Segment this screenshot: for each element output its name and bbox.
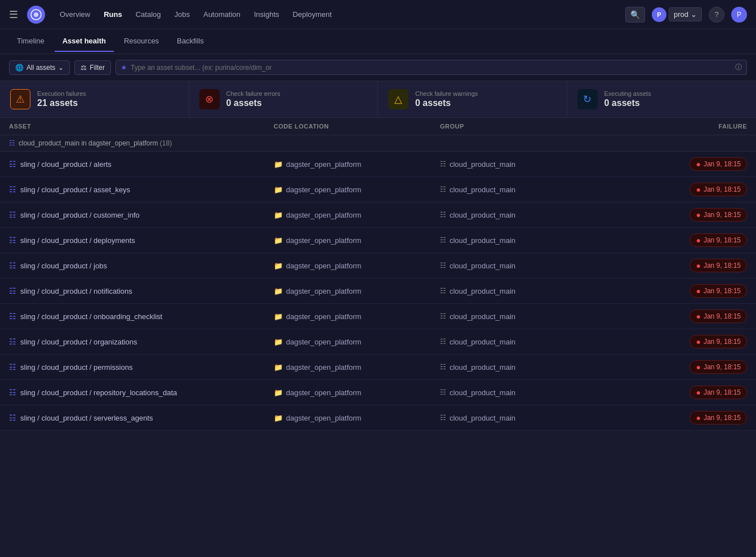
asset-name: sling / cloud_product / serverless_agent… — [20, 414, 153, 422]
nav-link-overview[interactable]: Overview — [54, 7, 96, 22]
folder-icon: 📁 — [274, 211, 283, 219]
table-row[interactable]: ☷sling / cloud_product / repository_loca… — [0, 380, 756, 405]
tab-resources[interactable]: Resources — [116, 31, 167, 52]
folder-icon: 📁 — [274, 236, 283, 245]
code-location-name: dagster_open_platform — [286, 388, 362, 397]
code-location-name: dagster_open_platform — [286, 312, 362, 321]
folder-icon: 📁 — [274, 338, 283, 346]
failure-dot-icon: ● — [696, 312, 700, 321]
tab-asset-health[interactable]: Asset health — [55, 31, 114, 52]
asset-table-wrap: Asset Code location Group Failure ☷cloud… — [0, 118, 756, 431]
folder-icon: 📁 — [274, 185, 283, 194]
failure-date: Jan 9, 18:15 — [704, 363, 741, 371]
tab-backfills[interactable]: Backfills — [169, 31, 212, 52]
failure-dot-icon: ● — [696, 236, 700, 245]
nav-link-deployment[interactable]: Deployment — [287, 7, 337, 22]
asset-table: Asset Code location Group Failure ☷cloud… — [0, 118, 756, 431]
group-icon: ☷ — [440, 287, 446, 295]
code-location-name: dagster_open_platform — [286, 236, 362, 245]
execution-failures-label: Execution failures — [37, 90, 86, 97]
asset-grid-icon: ☷ — [9, 261, 16, 270]
failure-dot-icon: ● — [696, 286, 700, 295]
failure-badge[interactable]: ●Jan 9, 18:15 — [690, 208, 747, 222]
code-location-name: dagster_open_platform — [286, 363, 362, 372]
failure-badge[interactable]: ●Jan 9, 18:15 — [690, 183, 747, 196]
failure-date: Jan 9, 18:15 — [704, 160, 741, 168]
chevron-down-icon: ⌄ — [58, 64, 64, 72]
stat-card-executing-assets[interactable]: ↻Executing assets0 assets — [567, 81, 757, 117]
failure-badge[interactable]: ●Jan 9, 18:15 — [690, 360, 747, 374]
stat-card-execution-failures[interactable]: ⚠Execution failures21 assets — [0, 81, 189, 117]
folder-icon: 📁 — [274, 160, 283, 169]
failure-dot-icon: ● — [696, 160, 700, 169]
table-row[interactable]: ☷sling / cloud_product / permissions📁dag… — [0, 355, 756, 380]
group-icon: ☷ — [440, 236, 446, 244]
asset-subset-input-wrap: ✶ ⓘ — [115, 60, 747, 75]
nav-link-automation[interactable]: Automation — [198, 7, 246, 22]
workspace-selector[interactable]: prod ⌄ — [669, 7, 702, 21]
group-name-cell: cloud_product_main — [450, 287, 515, 295]
col-failure-header: Failure — [597, 118, 756, 135]
menu-icon[interactable]: ☰ — [9, 8, 18, 21]
asset-grid-icon: ☷ — [9, 160, 16, 169]
asset-subset-input[interactable] — [131, 64, 732, 72]
group-icon: ☷ — [9, 139, 15, 147]
nav-link-insights[interactable]: Insights — [248, 7, 285, 22]
table-row[interactable]: ☷sling / cloud_product / jobs📁dagster_op… — [0, 253, 756, 278]
code-location-name: dagster_open_platform — [286, 414, 362, 422]
check-failure-warnings-label: Check failure warnings — [415, 90, 478, 97]
search-button[interactable]: 🔍 — [625, 7, 645, 23]
failure-date: Jan 9, 18:15 — [704, 262, 741, 269]
table-row[interactable]: ☷sling / cloud_product / customer_info📁d… — [0, 202, 756, 228]
table-header: Asset Code location Group Failure — [0, 118, 756, 135]
group-icon: ☷ — [440, 363, 446, 371]
group-icon: ☷ — [440, 338, 446, 346]
table-row[interactable]: ☷sling / cloud_product / onboarding_chec… — [0, 304, 756, 329]
folder-icon: 📁 — [274, 363, 283, 372]
check-failure-errors-value: 0 assets — [226, 98, 281, 108]
filter-icon: ⚖ — [81, 64, 87, 72]
asset-name: sling / cloud_product / customer_info — [20, 211, 140, 219]
table-row[interactable]: ☷sling / cloud_product / deployments📁dag… — [0, 228, 756, 253]
all-assets-dropdown[interactable]: 🌐 All assets ⌄ — [9, 60, 70, 75]
folder-icon: 📁 — [274, 262, 283, 270]
folder-icon: 📁 — [274, 287, 283, 295]
failure-date: Jan 9, 18:15 — [704, 414, 741, 422]
failure-badge[interactable]: ●Jan 9, 18:15 — [690, 411, 747, 425]
group-name-cell: cloud_product_main — [450, 363, 515, 372]
check-failure-warnings-icon: △ — [388, 89, 408, 109]
failure-badge[interactable]: ●Jan 9, 18:15 — [690, 157, 747, 171]
nav-link-jobs[interactable]: Jobs — [169, 7, 195, 22]
executing-assets-label: Executing assets — [604, 90, 651, 97]
failure-date: Jan 9, 18:15 — [704, 338, 741, 346]
failure-badge[interactable]: ●Jan 9, 18:15 — [690, 386, 747, 399]
globe-icon: 🌐 — [15, 64, 24, 72]
failure-dot-icon: ● — [696, 363, 700, 372]
asset-grid-icon: ☷ — [9, 337, 16, 346]
check-failure-warnings-value: 0 assets — [415, 98, 478, 108]
table-row[interactable]: ☷sling / cloud_product / asset_keys📁dags… — [0, 177, 756, 202]
failure-dot-icon: ● — [696, 413, 700, 422]
asset-name: sling / cloud_product / repository_locat… — [20, 388, 177, 397]
nav-link-catalog[interactable]: Catalog — [130, 7, 167, 22]
table-row[interactable]: ☷sling / cloud_product / alerts📁dagster_… — [0, 152, 756, 177]
tab-timeline[interactable]: Timeline — [9, 31, 52, 52]
failure-badge[interactable]: ●Jan 9, 18:15 — [690, 310, 747, 323]
table-row[interactable]: ☷sling / cloud_product / notifications📁d… — [0, 278, 756, 304]
col-group-header: Group — [431, 118, 597, 135]
stat-card-check-failure-errors[interactable]: ⊗Check failure errors0 assets — [189, 81, 379, 117]
failure-badge[interactable]: ●Jan 9, 18:15 — [690, 284, 747, 298]
group-icon: ☷ — [440, 414, 446, 422]
failure-badge[interactable]: ●Jan 9, 18:15 — [690, 233, 747, 247]
failure-badge[interactable]: ●Jan 9, 18:15 — [690, 259, 747, 272]
help-button[interactable]: ? — [709, 7, 724, 23]
table-row[interactable]: ☷sling / cloud_product / serverless_agen… — [0, 405, 756, 431]
user-menu[interactable]: P — [731, 7, 747, 23]
filter-label: Filter — [90, 64, 105, 72]
nav-link-runs[interactable]: Runs — [98, 7, 128, 22]
failure-dot-icon: ● — [696, 337, 700, 346]
filter-button[interactable]: ⚖ Filter — [74, 60, 111, 75]
failure-badge[interactable]: ●Jan 9, 18:15 — [690, 335, 747, 348]
table-row[interactable]: ☷sling / cloud_product / organizations📁d… — [0, 329, 756, 355]
stat-card-check-failure-warnings[interactable]: △Check failure warnings0 assets — [378, 81, 567, 117]
